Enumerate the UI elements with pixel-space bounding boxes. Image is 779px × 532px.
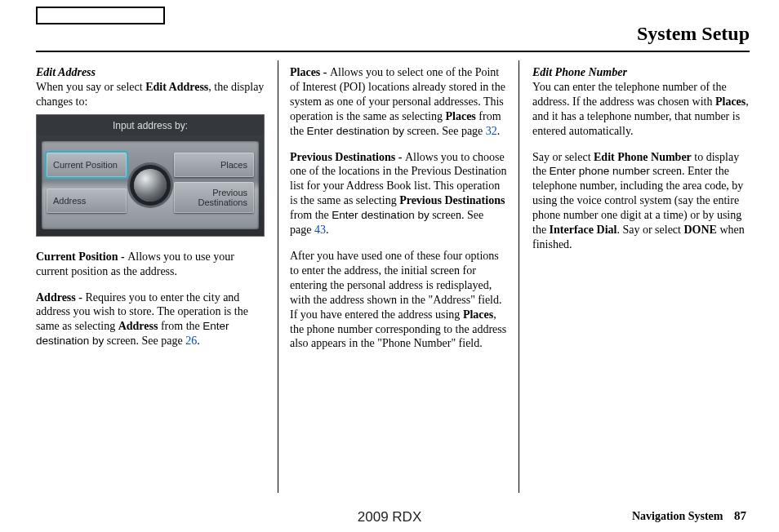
nav-screen-mock: Input address by: Current Position Place…	[36, 114, 265, 237]
prev-body4: .	[326, 224, 329, 236]
nav-btn-places: Places	[174, 153, 254, 177]
nav-btn-previous-destinations: Previous Destinations	[174, 182, 254, 213]
places-body4: .	[497, 125, 501, 137]
nav-dial-icon	[134, 169, 167, 202]
address-label: Address -	[36, 291, 85, 304]
current-position-label: Current Position -	[36, 250, 127, 263]
edit-phone-subhead: Edit Phone Number	[532, 66, 627, 78]
phone-p2-sans: Enter phone number	[550, 165, 650, 177]
phone-p2-body1: Say or select	[532, 151, 594, 163]
nav-screen-title: Input address by:	[37, 115, 264, 135]
edit-phone-p2: Say or select Edit Phone Number to displ…	[532, 150, 750, 252]
intro-text-pre: When you say or select	[36, 81, 145, 93]
phone-p1-bold: Places	[715, 95, 746, 108]
address-bold: Address	[118, 320, 158, 332]
column-1: Edit Address When you say or select Edit…	[36, 60, 278, 493]
nav-btn-address: Address	[47, 188, 127, 213]
address-body3: screen. See page	[104, 335, 185, 347]
prev-body2: from the	[290, 209, 332, 221]
places-paragraph: Places - Allows you to select one of the…	[290, 65, 507, 139]
nav-btn-current-position: Current Position	[47, 153, 127, 177]
address-paragraph: Address - Requires you to enter the city…	[36, 290, 265, 349]
column-2: Places - Allows you to select one of the…	[278, 60, 519, 493]
address-body4: .	[197, 335, 200, 347]
prev-bold: Previous Destinations	[399, 194, 505, 206]
header-small-box	[36, 7, 165, 24]
nav-btn-prev-l1: Previous	[212, 188, 247, 197]
address-body2: from the	[158, 320, 203, 332]
places-label: Places -	[290, 66, 330, 78]
current-position-paragraph: Current Position - Allows you to use you…	[36, 250, 265, 279]
footer-center: 2009 RDX	[0, 508, 779, 525]
previous-dest-paragraph: Previous Destinations - Allows you to ch…	[290, 150, 507, 237]
phone-p2-bold3: DONE	[683, 224, 716, 236]
page-link-32[interactable]: 32	[486, 125, 497, 137]
edit-phone-p1: Edit Phone Number You can enter the tele…	[532, 65, 750, 139]
content-columns: Edit Address When you say or select Edit…	[36, 60, 750, 493]
phone-p2-body4: . Say or select	[617, 224, 683, 236]
page-link-26[interactable]: 26	[185, 335, 197, 347]
edit-address-intro: Edit Address When you say or select Edit…	[36, 65, 265, 109]
places-sans: Enter destination by	[307, 125, 404, 137]
column-3: Edit Phone Number You can enter the tele…	[519, 60, 750, 493]
nav-panel: Current Position Places Address Previous…	[42, 141, 259, 229]
prev-label: Previous Destinations -	[290, 151, 405, 163]
page-footer: 2009 RDX Navigation System 87	[0, 508, 779, 524]
page-link-43[interactable]: 43	[314, 224, 326, 236]
after-bold: Places	[463, 308, 493, 321]
places-bold: Places	[446, 110, 476, 122]
intro-bold: Edit Address	[145, 81, 208, 93]
phone-p2-bold1: Edit Phone Number	[594, 151, 692, 163]
phone-p1-body1: You can enter the telephone number of th…	[532, 81, 727, 108]
after-paragraph: After you have used one of these four op…	[290, 249, 507, 351]
nav-btn-prev-l2: Destinations	[198, 197, 247, 207]
places-body3: screen. See page	[404, 125, 486, 137]
phone-p2-bold2: Interface Dial	[550, 224, 617, 236]
page-title: System Setup	[637, 21, 750, 46]
edit-address-subhead: Edit Address	[36, 66, 96, 78]
prev-sans: Enter destination by	[332, 209, 429, 221]
